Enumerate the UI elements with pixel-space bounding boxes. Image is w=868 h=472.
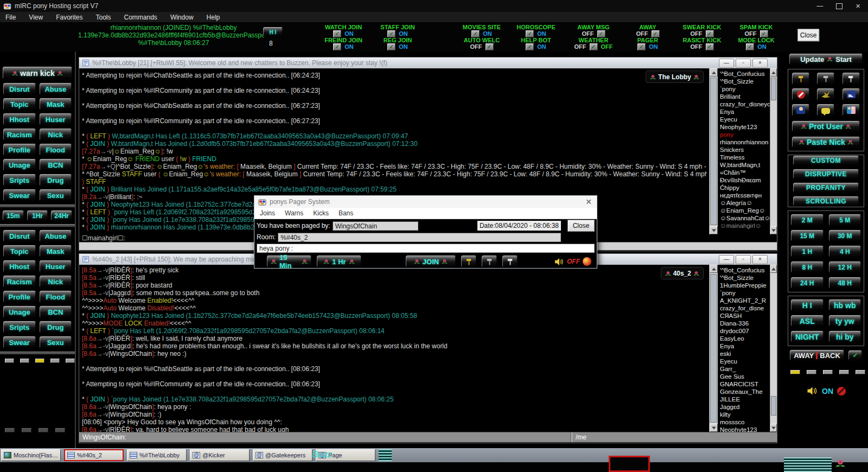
duration-button-30-m[interactable]: 30 M [828,229,862,242]
checkbox-icon[interactable]: ✓ [746,43,754,50]
greeting-button-asl[interactable]: ASL [790,315,824,327]
toggle-movies-site[interactable]: MOVIES SITE✓ON [455,24,509,37]
toggle-mode-lock[interactable]: MODE LOCK✓ON [729,37,783,50]
restore-icon[interactable]: ▫ [736,59,751,68]
toggle-reg-join[interactable]: REG JOIN✓ON [371,37,425,50]
minimize-icon[interactable]: — [719,59,734,68]
kick-button-drug[interactable]: Drug [39,321,73,334]
close-strip-button[interactable]: Close [797,29,819,41]
pager-sound-toggle[interactable]: OFF [554,257,591,266]
minimize-icon[interactable]: — [816,2,823,10]
toggle-pager[interactable]: PAGER✓ON [621,37,675,50]
nicklist-item[interactable]: нεдяτℓεssвιтφн [720,192,770,199]
nicklist-item[interactable]: `pony [720,85,770,93]
kick-button-huser[interactable]: Huser [39,260,73,273]
toggle-watch-join[interactable]: WATCH JOIN✓ON [316,24,371,37]
greeting-button-hb-wb[interactable]: hb wb [828,299,862,311]
duration-button-15-m[interactable]: 15 M [790,229,824,242]
nicklist-item[interactable]: ☺Eniam_Reg☺ [720,207,770,214]
warn-hammer-button[interactable] [461,255,477,268]
nicklist-item[interactable]: CЯASH [720,312,770,320]
menu-item-favorites[interactable]: Favorites [56,14,82,21]
kick-button-racism[interactable]: Racism [3,128,36,141]
menu-item-commands[interactable]: Commands [124,14,157,21]
toggle-freind-join[interactable]: FREIND JOIN✓ON [316,37,371,50]
scroll-up-icon[interactable] [710,68,718,76]
kick-button-huser[interactable]: Huser [39,113,73,126]
taskbar-item-kicker[interactable]: @@Kicker [190,449,250,461]
toggle-spam-kick[interactable]: SPAM KICKOFF✓ [729,24,783,37]
nicklist-item[interactable]: JILLEE [720,396,770,403]
kick-button-sripts[interactable]: Sripts [3,321,36,334]
time-button-24hr[interactable]: 24Hr [50,210,73,221]
menu-item-view[interactable]: View [29,14,43,21]
ban-hammer-button[interactable] [502,255,518,268]
taskbar-item-the-blobby[interactable]: %#The\bLobby [127,449,187,461]
nicklist-item[interactable]: Eyecu [720,358,770,365]
couple-button[interactable] [842,104,860,117]
duration-button-12-h[interactable]: 12 H [828,261,862,273]
kick-button-unage[interactable]: Unage [3,158,36,171]
checkbox-icon[interactable]: ✓ [333,43,341,50]
kick-button-sexu[interactable]: Sexu [39,336,73,349]
lobby-nicklist[interactable]: '^Bot_Confucius'^Bot_Sizzle`ponyBrillian… [718,68,770,234]
talon-button[interactable] [816,88,835,101]
menu-item-help[interactable]: Help [207,14,220,21]
kick-button-topic[interactable]: Topic [3,98,36,111]
nicklist-item[interactable]: W‚btardMagn‚t [720,161,770,169]
toggle-away-msg[interactable]: AWAY MSGOFF✓ [566,24,621,37]
kick-button-mask[interactable]: Mask [39,245,73,258]
menu-item-bans[interactable]: Bans [339,209,353,217]
kick-button-nick[interactable]: Nick [39,128,73,141]
checkbox-icon[interactable]: ✓ [760,30,768,37]
room-nicklist-scrollbar[interactable] [770,265,777,432]
menu-item-kicks[interactable]: Kicks [313,209,329,217]
nicklist-item[interactable]: rhiannonrhiannon [720,138,770,146]
scroll-down-icon[interactable] [710,226,718,234]
room-input-bar[interactable]: WingsOfChain: /me [79,432,777,442]
duration-button-8-h[interactable]: 8 H [790,261,824,273]
nicklist-item[interactable]: Garr_ [720,365,770,373]
pager-titlebar[interactable]: ponys Pager System ✕ [254,196,597,208]
ignore-15min-button[interactable]: 15 Min [266,255,312,268]
toggle-rasict-kick[interactable]: RASICT KICKOFF✓ [675,37,729,50]
menu-item-joins[interactable]: Joins [260,209,275,217]
checkbox-icon[interactable]: ✓ [597,30,605,37]
hi-button[interactable]: H I [263,27,283,37]
close-icon[interactable]: ✕ [584,197,593,206]
checkbox-icon[interactable]: ✓ [486,43,494,50]
toggle-horoscope[interactable]: HOROSCOPE✓ON [509,24,563,37]
kick-hammer-button[interactable] [481,255,497,268]
kick-button-hhost[interactable]: Hhost [3,113,36,126]
kick-button-abuse[interactable]: Abuse [39,229,73,243]
room-nicklist[interactable]: '^Bot_Confucius'^Bot_Sizzle1HumblePreppi… [718,265,770,432]
update-start-button[interactable]: Update Start [789,53,863,65]
nicklist-item[interactable]: '^Bot_Sizzle [720,274,770,282]
menu-item-window[interactable]: Window [170,14,194,21]
nicklist-item[interactable]: mosssco [720,418,770,426]
nicklist-item[interactable]: Timeless [720,154,770,161]
kick-button-sexu[interactable]: Sexu [39,189,73,202]
pager-close-button[interactable]: Close [567,220,595,232]
nicklist-item[interactable]: ☺mainahgirl☺ [720,222,770,229]
greeting-button-night[interactable]: NIGHT [790,330,824,343]
minimize-icon[interactable]: — [719,255,734,264]
toggle-staff-join[interactable]: STAFF JOIN✓ON [371,24,425,37]
checkbox-icon[interactable]: ✓ [333,30,341,37]
away-back-button[interactable]: AWAY BACK [789,349,845,361]
category-button-disruptive[interactable]: DISRUPTIVE [793,169,859,180]
kick-button-disrut[interactable]: Disrut [3,229,36,243]
kick-button-flood[interactable]: Flood [39,143,73,156]
nicklist-item[interactable]: A_KNIGHT_2_R [720,297,770,304]
nicklist-item[interactable]: Jaggεd [720,403,770,411]
hammer-light-button[interactable] [842,72,860,85]
checkbox-icon[interactable]: ✓ [387,30,395,37]
nicklist-item[interactable]: eski [720,350,770,358]
nicklist-item[interactable]: EasyLeo [720,335,770,342]
kick-button-bcn[interactable]: BCN [39,305,73,318]
scroll-up-icon[interactable] [710,265,718,273]
greeting-button-ty-yw[interactable]: ty yw [828,315,862,327]
taskbar-item-40s-2[interactable]: %#40s_2 [64,449,124,461]
restore-icon[interactable]: ▫ [736,255,751,264]
nicklist-item[interactable]: «Chãin™ [720,169,770,176]
